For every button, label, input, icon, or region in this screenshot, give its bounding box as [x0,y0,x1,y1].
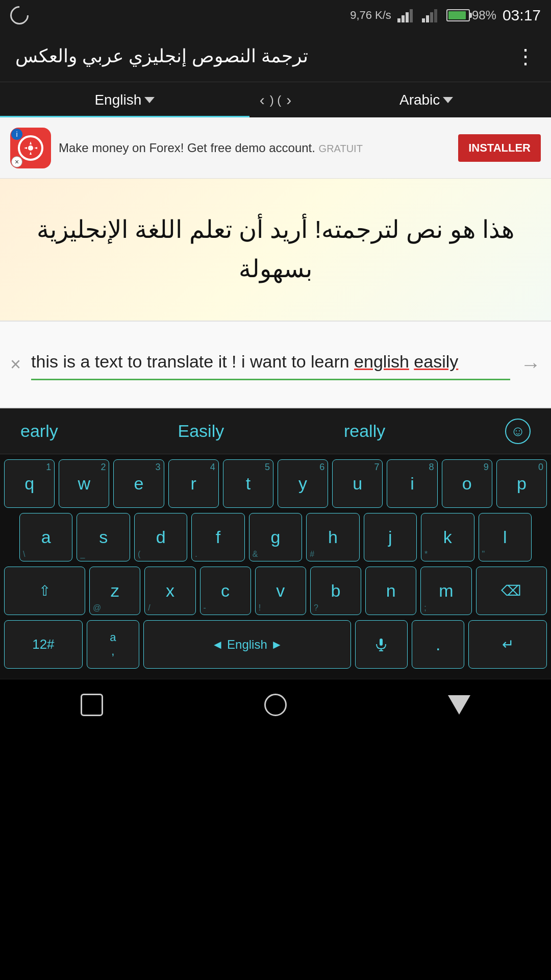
svg-rect-2 [406,12,409,22]
language-swap[interactable]: ‹ ) ( › [249,91,302,109]
key-b[interactable]: ?b [310,567,361,615]
status-bar: 9,76 K/s 98% 03:17 [0,0,551,31]
signal-icon-2 [422,8,440,22]
svg-rect-0 [397,18,400,22]
suggestion-really[interactable]: really [344,421,385,441]
gear-icon [23,140,38,156]
key-e[interactable]: 3e [113,459,164,508]
app-title: ترجمة النصوص إنجليزي عربي والعكس [15,45,308,67]
clear-input-button[interactable]: × [10,354,21,375]
nav-back-icon [448,695,470,715]
app-bar: ترجمة النصوص إنجليزي عربي والعكس ⋮ [0,31,551,82]
status-bar-left [10,6,29,24]
translate-button[interactable]: → [520,353,541,376]
ad-close-button[interactable]: × [11,156,22,167]
key-w[interactable]: 2w [59,459,109,508]
key-o[interactable]: 9o [442,459,492,508]
key-x[interactable]: /x [144,567,195,615]
ad-banner: i × Make money on Forex! Get free demo a… [0,117,551,179]
source-lang-arrow [144,97,155,103]
ad-text: Make money on Forex! Get free demo accou… [59,140,450,156]
key-c[interactable]: -c [200,567,251,615]
svg-rect-4 [422,18,425,22]
key-q[interactable]: 1q [4,459,55,508]
ad-app-icon: i × [10,128,51,168]
key-a[interactable]: \a [19,513,72,561]
key-f[interactable]: .f [191,513,244,561]
svg-rect-5 [426,15,429,22]
key-g[interactable]: &g [249,513,302,561]
input-text-wrap[interactable]: this is a text to translate it ! i want … [31,349,510,380]
key-i[interactable]: 8i [387,459,437,508]
key-y[interactable]: 6y [278,459,328,508]
ad-info-badge: i [11,129,22,140]
key-period[interactable] [355,620,408,669]
svg-rect-9 [380,639,383,646]
svg-rect-7 [434,9,437,22]
input-text: this is a text to translate it ! i want … [31,349,510,375]
svg-rect-3 [410,9,413,22]
key-z[interactable]: @z [89,567,140,615]
nav-back-button[interactable] [444,690,474,720]
key-s[interactable]: _s [77,513,130,561]
nav-home-button[interactable] [260,690,291,720]
key-d[interactable]: (d [134,513,187,561]
input-area: × this is a text to translate it ! i wan… [0,322,551,408]
suggestion-easily[interactable]: Easily [178,421,224,441]
underlined-word-english: english [354,352,409,371]
nav-recent-button[interactable] [77,690,107,720]
key-space[interactable]: ◄ English ► [143,620,351,669]
key-numbers[interactable]: 12# [4,620,83,669]
arabic-translation-text: هذا هو نص لترجمته! أريد أن تعلم اللغة ال… [15,210,536,289]
ad-icon-inner [18,135,43,161]
nav-home-icon [264,694,287,716]
battery-percent: 98% [472,8,496,22]
key-n[interactable]: n [365,567,416,615]
target-lang-arrow [443,97,453,103]
signal-icon [397,8,416,22]
key-backspace[interactable]: ⌫ [476,567,547,615]
svg-point-8 [28,145,33,151]
key-j[interactable]: j [364,513,417,561]
nav-bar [0,679,551,730]
svg-rect-6 [430,12,433,22]
key-l[interactable]: "l [479,513,532,561]
key-t[interactable]: 5t [223,459,273,508]
target-language-button[interactable]: Arabic [302,82,551,117]
nav-square-icon [81,694,103,716]
keyboard-row-3: ⇧ @z /x -c !v ?b n ;m ⌫ [4,567,547,615]
more-menu-button[interactable]: ⋮ [515,44,536,68]
keyboard-row-4: 12# a, ◄ English ► . ↵ [4,620,547,669]
svg-rect-1 [402,15,405,22]
keyboard: 1q 2w 3e 4r 5t 6y 7u 8i 9o 0p \a _s (d .… [0,454,551,679]
key-h[interactable]: #h [306,513,359,561]
key-v[interactable]: !v [255,567,306,615]
key-enter[interactable]: ↵ [468,620,547,669]
translation-display: هذا هو نص لترجمته! أريد أن تعلم اللغة ال… [0,179,551,322]
key-comma[interactable]: a, [87,620,139,669]
keyboard-row-2: \a _s (d .f &g #h j *k "l [4,513,547,561]
key-shift[interactable]: ⇧ [4,567,85,615]
suggestion-early[interactable]: early [20,421,58,441]
key-p[interactable]: 0p [496,459,547,508]
key-u[interactable]: 7u [332,459,383,508]
keyboard-suggestions: early Easily really ☺ [0,408,551,454]
key-m[interactable]: ;m [420,567,471,615]
underlined-word-easily: easily [414,352,458,371]
emoji-button[interactable]: ☺ [505,419,531,444]
mic-icon [374,638,388,652]
clock: 03:17 [503,7,541,24]
input-underline [31,379,510,380]
key-period-dot[interactable]: . [412,620,464,669]
source-language-button[interactable]: English [0,82,249,117]
key-r[interactable]: 4r [168,459,219,508]
battery-indicator: 98% [446,8,496,22]
refresh-icon [7,3,33,29]
language-selector: English ‹ ) ( › Arabic [0,82,551,117]
network-speed: 9,76 K/s [350,9,391,22]
key-k[interactable]: *k [421,513,474,561]
ad-install-button[interactable]: INSTALLER [458,134,541,162]
keyboard-row-1: 1q 2w 3e 4r 5t 6y 7u 8i 9o 0p [4,459,547,508]
